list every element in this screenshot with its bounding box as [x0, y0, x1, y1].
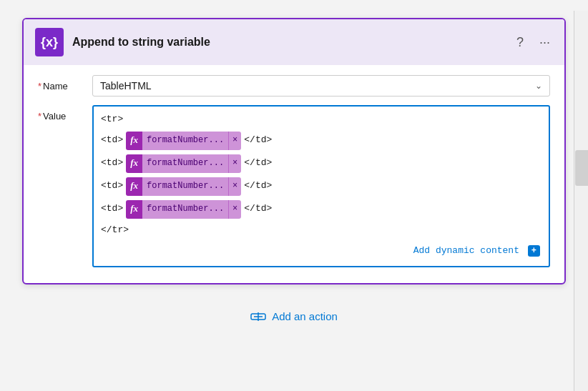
fx-close-1[interactable]: × — [228, 132, 241, 150]
action-card: {x} Append to string variable ? ··· *Nam… — [22, 18, 566, 284]
editor-line-4: <td> fx formatNumber... × </td> — [101, 200, 542, 219]
td-open-3: <td> — [101, 179, 123, 194]
help-icon: ? — [516, 35, 524, 50]
fx-label-2: formatNumber... — [142, 154, 228, 173]
tr-open-tag: <tr> — [101, 112, 123, 127]
value-editor[interactable]: <tr> <td> fx formatNumber... × </td> — [92, 105, 550, 267]
td-open-4: <td> — [101, 202, 123, 217]
td-close-3: </td> — [244, 179, 272, 194]
fx-badge-3: fx — [126, 177, 142, 196]
add-dynamic-area: Add dynamic content + — [101, 242, 542, 260]
tr-close-tag: </tr> — [101, 223, 129, 238]
card-icon-label: {x} — [41, 35, 58, 50]
value-label-text: Value — [43, 111, 66, 122]
add-action-label: Add an action — [272, 310, 338, 322]
td-close-2: </td> — [244, 156, 272, 171]
page-wrapper: {x} Append to string variable ? ··· *Nam… — [0, 11, 588, 391]
plus-icon: + — [528, 245, 540, 257]
fx-badge-1: fx — [126, 132, 142, 150]
value-row: *Value <tr> <td> fx formatNumber... × — [38, 105, 550, 267]
editor-line-3: <td> fx formatNumber... × </td> — [101, 177, 542, 196]
ellipsis-icon: ··· — [539, 35, 550, 50]
td-close-4: </td> — [244, 202, 272, 217]
name-dropdown[interactable]: TableHTML ⌄ — [92, 75, 550, 96]
name-value: TableHTML — [100, 80, 152, 91]
fx-close-3[interactable]: × — [228, 177, 241, 196]
fx-close-4[interactable]: × — [228, 200, 241, 219]
name-row: *Name TableHTML ⌄ — [38, 75, 550, 96]
td-open-1: <td> — [101, 133, 123, 148]
chevron-down-icon: ⌄ — [535, 81, 542, 91]
editor-line-1: <td> fx formatNumber... × </td> — [101, 132, 542, 150]
fx-label-4: formatNumber... — [142, 200, 228, 219]
card-header: {x} Append to string variable ? ··· — [24, 19, 564, 65]
card-body: *Name TableHTML ⌄ *Value <tr> — [24, 65, 564, 283]
card-header-actions: ? ··· — [514, 34, 553, 51]
fx-badge-4: fx — [126, 200, 142, 219]
card-icon: {x} — [35, 28, 64, 56]
td-open-2: <td> — [101, 156, 123, 171]
add-dynamic-content-label: Add dynamic content — [413, 245, 519, 256]
value-label: *Value — [38, 105, 81, 122]
editor-line-tr-close: </tr> — [101, 223, 542, 238]
name-label: *Name — [38, 75, 81, 91]
add-action-button[interactable]: Add an action — [242, 305, 346, 329]
editor-line-tr-open: <tr> — [101, 112, 542, 127]
name-label-text: Name — [43, 81, 68, 91]
card-title: Append to string variable — [72, 36, 505, 49]
fx-badge-2: fx — [126, 154, 142, 173]
fx-label-3: formatNumber... — [142, 177, 228, 196]
add-action-area: Add an action — [242, 305, 346, 329]
help-button[interactable]: ? — [514, 34, 526, 51]
fx-token-4: fx formatNumber... × — [126, 200, 241, 219]
sidebar-handle[interactable] — [575, 150, 588, 186]
name-required-star: * — [38, 81, 41, 91]
fx-label-1: formatNumber... — [142, 132, 228, 150]
td-close-1: </td> — [244, 133, 272, 148]
add-dynamic-content-link[interactable]: Add dynamic content + — [413, 245, 540, 256]
more-options-button[interactable]: ··· — [536, 34, 553, 51]
fx-close-2[interactable]: × — [228, 154, 241, 173]
value-required-star: * — [38, 111, 41, 122]
fx-token-2: fx formatNumber... × — [126, 154, 241, 173]
fx-token-3: fx formatNumber... × — [126, 177, 241, 196]
editor-line-2: <td> fx formatNumber... × </td> — [101, 154, 542, 173]
add-action-icon — [250, 309, 266, 325]
fx-token-1: fx formatNumber... × — [126, 132, 241, 150]
right-sidebar — [574, 11, 588, 391]
